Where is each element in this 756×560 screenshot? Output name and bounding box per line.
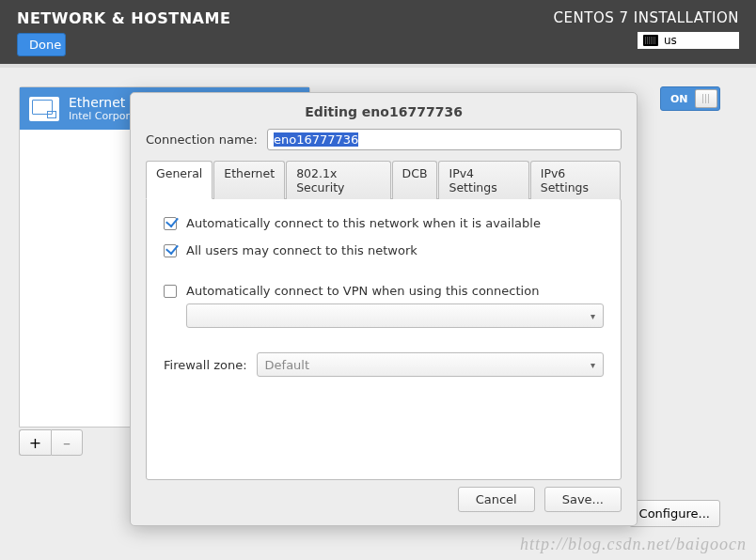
tab-ipv4[interactable]: IPv4 Settings <box>438 161 528 199</box>
all-users-row[interactable]: All users may connect to this network <box>164 243 604 257</box>
add-interface-button[interactable]: + <box>19 429 51 456</box>
vpn-label: Automatically connect to VPN when using … <box>186 284 539 298</box>
all-users-checkbox[interactable] <box>164 244 177 257</box>
firewall-combo[interactable]: Default ▾ <box>257 352 604 377</box>
toggle-knob <box>695 89 717 108</box>
connection-name-label: Connection name: <box>146 132 258 147</box>
firewall-row: Firewall zone: Default ▾ <box>164 352 604 377</box>
done-button[interactable]: Done <box>17 33 66 56</box>
watermark: http://blog.csdn.net/baigoocn <box>520 535 747 554</box>
ethernet-icon <box>29 97 59 121</box>
vpn-checkbox[interactable] <box>164 285 177 298</box>
tab-dcb[interactable]: DCB <box>392 161 438 199</box>
dialog-title: Editing eno16777736 <box>131 93 637 129</box>
tab-panel-general: Automatically connect to this network wh… <box>146 198 622 480</box>
tab-ipv6[interactable]: IPv6 Settings <box>530 161 621 199</box>
toggle-label: ON <box>670 93 688 105</box>
all-users-label: All users may connect to this network <box>186 243 417 257</box>
auto-connect-label: Automatically connect to this network wh… <box>186 216 541 230</box>
dialog-body: Connection name: General Ethernet 802.1x… <box>131 129 637 480</box>
save-button[interactable]: Save... <box>544 487 622 512</box>
install-title: CENTOS 7 INSTALLATION <box>554 9 739 26</box>
cancel-button[interactable]: Cancel <box>458 487 535 512</box>
tab-general[interactable]: General <box>146 161 213 199</box>
topbar-left: NETWORK & HOSTNAME Done <box>17 9 230 54</box>
auto-connect-row[interactable]: Automatically connect to this network wh… <box>164 216 604 230</box>
tab-ethernet[interactable]: Ethernet <box>213 161 285 199</box>
chevron-down-icon: ▾ <box>591 311 595 321</box>
firewall-label: Firewall zone: <box>164 358 247 372</box>
chevron-down-icon: ▾ <box>591 360 595 370</box>
topbar: NETWORK & HOSTNAME Done CENTOS 7 INSTALL… <box>0 0 756 68</box>
topbar-right: CENTOS 7 INSTALLATION us <box>554 9 739 54</box>
dialog-buttons: Cancel Save... <box>458 487 622 512</box>
tab-8021x[interactable]: 802.1x Security <box>286 161 390 199</box>
keyboard-layout: us <box>664 34 677 47</box>
vpn-row[interactable]: Automatically connect to VPN when using … <box>164 284 604 298</box>
configure-button[interactable]: Configure... <box>629 500 720 527</box>
enable-toggle[interactable]: ON <box>660 86 720 111</box>
connection-name-row: Connection name: <box>146 129 622 150</box>
edit-connection-dialog: Editing eno16777736 Connection name: Gen… <box>130 92 638 526</box>
tabs: General Ethernet 802.1x Security DCB IPv… <box>146 160 622 198</box>
keyboard-icon <box>643 35 658 46</box>
connection-name-input[interactable] <box>270 132 619 148</box>
keyboard-indicator[interactable]: us <box>638 32 739 49</box>
firewall-value: Default <box>265 358 310 372</box>
auto-connect-checkbox[interactable] <box>164 217 177 230</box>
remove-interface-button[interactable]: – <box>51 429 83 456</box>
vpn-combo[interactable]: ▾ <box>186 303 604 328</box>
page-title: NETWORK & HOSTNAME <box>17 9 230 27</box>
